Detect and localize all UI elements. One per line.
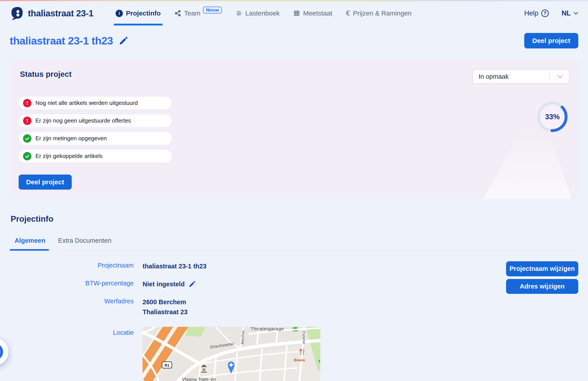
check-icon: [23, 152, 31, 160]
share-icon: [174, 10, 181, 17]
share-project-button-card[interactable]: Deel project: [19, 175, 72, 190]
btw-value-text: Niet ingesteld: [143, 279, 185, 289]
info-icon: i: [116, 10, 123, 17]
location-map[interactable]: R1 M: [143, 327, 320, 381]
tab-meetstaat[interactable]: Meetstaat: [293, 1, 332, 25]
status-item-text: Er zijn metingen opgegeven: [35, 135, 107, 142]
question-circle-icon: ?: [541, 10, 549, 17]
tab-lastenboek[interactable]: Lastenboek: [235, 1, 280, 25]
floating-widget-ring: [0, 343, 3, 360]
status-item-text: Er zijn nog geen uitgestuurde offertes: [35, 117, 131, 124]
svg-text:R1: R1: [165, 363, 169, 367]
field-value: thaliastraat 23-1 th23: [143, 261, 207, 271]
error-icon: !: [23, 99, 31, 107]
status-project-card: Status project ! Nog niet alle artikels …: [10, 59, 578, 199]
tab-label: Projectinfo: [126, 10, 161, 17]
progress-percentage: 33%: [536, 100, 569, 133]
status-item: Er zijn gekoppelde artikels: [19, 150, 172, 162]
map-label-restaurant: Bowie: [294, 358, 305, 362]
tab-team[interactable]: Team Nieuw: [174, 1, 222, 25]
address-line-1: 2600 Berchem: [143, 297, 188, 307]
side-action-buttons: Projectnaam wijzigen Adres wijzigen: [506, 261, 578, 294]
language-selector[interactable]: NL: [562, 9, 578, 17]
tab-label: Prijzen & Ramingen: [353, 10, 412, 17]
help-label: Help: [524, 9, 538, 17]
chevron-down-icon: [573, 12, 578, 15]
top-navigation-bar: thaliastraat 23-1 i Projectinfo Team Nie…: [0, 1, 588, 25]
address-line-2: Thaliastraat 23: [143, 307, 188, 317]
main-nav: i Projectinfo Team Nieuw: [116, 1, 412, 25]
change-project-name-button[interactable]: Projectnaam wijzigen: [506, 261, 578, 276]
status-item-text: Er zijn gekoppelde artikels: [35, 153, 103, 160]
status-checklist: ! Nog niet alle artikels werden uitgestu…: [19, 97, 569, 162]
status-item-text: Nog niet alle artikels werden uitgestuur…: [35, 100, 138, 106]
progress-ring: 33%: [536, 100, 569, 133]
field-label: Locatie: [10, 327, 143, 337]
edit-btw-pencil-icon[interactable]: [189, 281, 196, 288]
euro-icon: €: [346, 9, 350, 17]
field-btw-percentage: BTW-percentage Niet ingesteld: [10, 279, 578, 289]
brand: thaliastraat 23-1: [10, 6, 93, 20]
route-badge-r1: R1: [162, 362, 172, 368]
section-heading: Projectinfo: [11, 214, 578, 224]
tab-extra-documenten[interactable]: Extra Documenten: [58, 237, 111, 250]
status-select-value: In opmaak: [479, 73, 508, 80]
field-locatie: Locatie: [10, 327, 578, 381]
help-button[interactable]: Help ?: [524, 9, 549, 17]
field-label: BTW-percentage: [10, 279, 143, 288]
status-item: ! Er zijn nog geen uitgestuurde offertes: [19, 114, 172, 127]
map-label-bottom: Vlaams Tram- en: [182, 377, 216, 381]
field-value: 2600 Berchem Thaliastraat 23: [143, 297, 188, 317]
field-projectnaam: Projectnaam thaliastraat 23-1 th23: [10, 261, 578, 271]
change-address-button[interactable]: Adres wijzigen: [506, 279, 578, 294]
map-label-bacchus: Bacchus: [240, 331, 245, 344]
tab-label: Lastenboek: [245, 10, 280, 17]
status-item: Er zijn metingen opgegeven: [19, 132, 172, 145]
tab-prijzen-ramingen[interactable]: € Prijzen & Ramingen: [346, 1, 412, 25]
field-werfadres: Werfadres 2600 Berchem Thaliastraat 23: [10, 297, 578, 317]
check-icon: [23, 134, 31, 143]
chevron-down-icon: [557, 75, 563, 79]
share-project-button[interactable]: Deel project: [524, 33, 578, 48]
language-value: NL: [562, 9, 571, 17]
map-label-partial: T: [318, 359, 320, 364]
select-divider: [549, 73, 550, 80]
app-logo-icon: [10, 6, 24, 20]
tab-label: Meetstaat: [303, 10, 332, 17]
list-icon: [235, 10, 242, 17]
new-badge: Nieuw: [203, 7, 222, 14]
svg-text:M: M: [202, 368, 205, 372]
project-status-select[interactable]: In opmaak: [472, 69, 569, 84]
tab-label: Team: [184, 10, 200, 17]
projectinfo-tabs: Algemeen Extra Documenten: [10, 237, 578, 251]
error-icon: !: [23, 117, 31, 125]
field-label: Werfadres: [10, 297, 143, 305]
projectinfo-body: Projectnaam thaliastraat 23-1 th23 BTW-p…: [10, 261, 578, 381]
projectinfo-section: Projectinfo Algemeen Extra Documenten Pr…: [0, 214, 588, 381]
page-title-row: thaliastraat 23-1 th23 Deel project: [0, 25, 588, 48]
app-window: thaliastraat 23-1 i Projectinfo Team Nie…: [0, 0, 588, 381]
header-right: Help ? NL: [524, 9, 578, 17]
table-grid-icon: [293, 10, 300, 17]
field-label: Projectnaam: [10, 261, 143, 270]
page-title: thaliastraat 23-1 th23: [10, 35, 113, 47]
map-label-preterlei: Preterlei: [302, 331, 306, 344]
brand-title: thaliastraat 23-1: [28, 8, 93, 18]
status-item: ! Nog niet alle artikels werden uitgestu…: [19, 97, 172, 109]
tab-algemeen[interactable]: Algemeen: [15, 237, 45, 250]
tab-projectinfo[interactable]: i Projectinfo: [116, 1, 161, 25]
edit-title-pencil-icon[interactable]: [119, 36, 128, 45]
map-label-garage: Theatergarage: [251, 327, 284, 331]
field-value: Niet ingesteld: [143, 279, 196, 289]
